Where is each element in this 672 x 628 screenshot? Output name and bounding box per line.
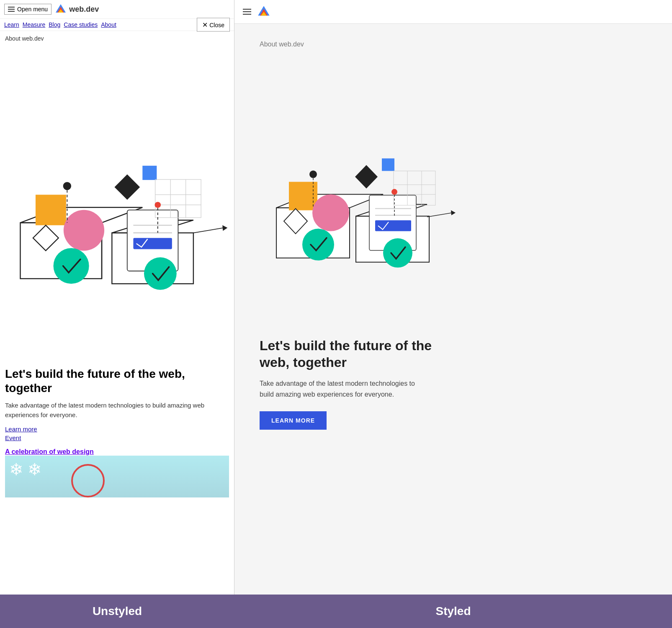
nav-learn[interactable]: Learn (4, 21, 19, 28)
hero-desc-left: Take advantage of the latest modern tech… (5, 401, 229, 420)
svg-marker-17 (114, 174, 140, 200)
nav-measure[interactable]: Measure (23, 21, 45, 28)
hero-title-left: Let's build the future of the web, toget… (5, 367, 229, 395)
snowflake-icon: ❄ (9, 460, 23, 479)
svg-point-8 (54, 248, 89, 284)
logo-icon (55, 3, 67, 15)
celebration-link[interactable]: A celebration of web design (5, 448, 94, 455)
snowflake-icon-2: ❄ (28, 460, 42, 479)
hero-desc-right: Take advantage of the latest modern tech… (260, 378, 419, 400)
open-menu-label: Open menu (17, 6, 48, 13)
svg-point-7 (64, 210, 104, 251)
close-x-icon: ✕ (202, 21, 208, 29)
svg-marker-59 (451, 210, 456, 215)
event-link[interactable]: Event (5, 434, 229, 441)
svg-rect-15 (133, 238, 172, 249)
svg-point-37 (312, 195, 349, 231)
left-header: Open menu web.dev (0, 0, 234, 19)
svg-marker-47 (355, 165, 378, 189)
about-label-right: About web.dev (260, 41, 647, 48)
left-links: Learn more Event (5, 426, 229, 441)
nav-links: Learn Measure Blog Case studies About (4, 21, 230, 28)
open-menu-button[interactable]: Open menu (4, 4, 51, 15)
nav-about[interactable]: About (101, 21, 116, 28)
unstyled-label-container: Unstyled (0, 595, 234, 628)
learn-more-button[interactable]: LEARN MORE (260, 411, 327, 430)
hero-title-right: Let's build the future of the web, toget… (260, 337, 435, 371)
svg-point-26 (154, 202, 161, 208)
svg-line-28 (193, 228, 224, 233)
learn-more-link[interactable]: Learn more (5, 426, 229, 433)
about-label-left: About web.dev (5, 35, 229, 42)
panel-unstyled: Open menu web.dev Learn Measure Blog Cas… (0, 0, 234, 595)
close-label: Close (209, 21, 224, 28)
svg-point-54 (309, 171, 317, 178)
hero-illustration-left (5, 46, 229, 359)
right-hamburger-icon[interactable] (243, 9, 251, 15)
right-body: About web.dev (234, 24, 672, 323)
panel-styled: About web.dev (234, 0, 672, 595)
right-logo-icon (257, 5, 270, 18)
close-button[interactable]: ✕ Close (197, 18, 230, 32)
svg-point-16 (144, 257, 177, 290)
left-nav-bar: Learn Measure Blog Case studies About ✕ … (0, 19, 234, 31)
hero-illustration-right (260, 58, 461, 324)
svg-point-56 (391, 189, 397, 195)
bottom-labels: Unstyled Styled (0, 595, 672, 628)
right-header (234, 0, 672, 24)
hamburger-icon (8, 7, 15, 12)
styled-label: Styled (435, 605, 471, 618)
bottom-preview: ❄ ❄ (5, 456, 229, 497)
svg-rect-18 (142, 166, 157, 180)
svg-point-38 (302, 229, 334, 261)
logo-text: web.dev (69, 5, 99, 14)
left-body: About web.dev (0, 31, 234, 352)
nav-blog[interactable]: Blog (49, 21, 60, 28)
svg-point-24 (63, 182, 71, 190)
styled-label-container: Styled (234, 595, 672, 628)
svg-rect-48 (382, 159, 394, 171)
unstyled-label: Unstyled (93, 605, 142, 618)
svg-line-58 (427, 213, 452, 217)
svg-point-46 (383, 238, 412, 268)
svg-rect-6 (36, 195, 66, 225)
logo-area: web.dev (55, 3, 99, 15)
svg-rect-45 (375, 220, 411, 231)
nav-case-studies[interactable]: Case studies (64, 21, 98, 28)
svg-marker-29 (222, 225, 227, 231)
